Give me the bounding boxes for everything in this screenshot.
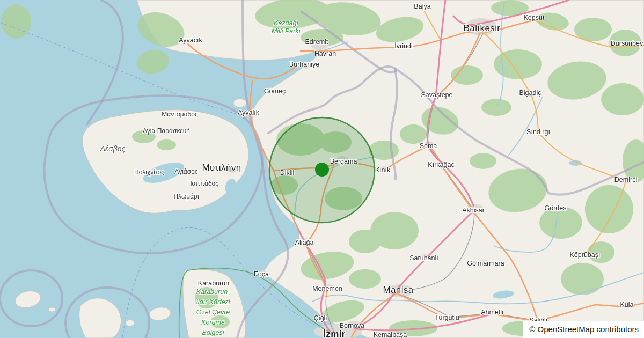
place-label-town: Menemen [312, 285, 342, 292]
place-label-protected-area: Koruma [201, 319, 225, 326]
place-label-city: Μυτιλήνη [202, 163, 241, 173]
place-label-city: Manisa [383, 285, 413, 295]
place-label-protected-area: Özel Çevre [196, 308, 230, 316]
place-label-village: Αγία Παρασκευή [143, 127, 190, 135]
place-label-town: Akhisar [462, 207, 485, 214]
place-label-town: Foça [254, 270, 269, 278]
forest-areas-shape [470, 153, 496, 169]
forest-areas-shape [481, 99, 511, 116]
place-label-town: Dikili [280, 169, 294, 177]
place-label-town: Sındırgı [526, 128, 550, 136]
place-label-town: Soma [420, 142, 437, 150]
place-label-town: Gölmarmara [467, 260, 504, 267]
place-label-town: Turgutlu [435, 314, 459, 321]
place-label-town: Edremit [305, 38, 328, 46]
location-marker [315, 163, 329, 177]
place-label-city: Balıkesir [464, 23, 501, 33]
place-label-village: Αγιάσος [174, 168, 197, 175]
place-label-town: Savaştepe [421, 91, 452, 99]
place-label-town: Ahmetli [481, 308, 503, 316]
place-label-town: Aliağa [295, 239, 314, 246]
place-label-town: Ayvalık [238, 109, 260, 116]
place-label-town: Ayvacık [179, 36, 202, 44]
island [126, 320, 134, 326]
forest-areas-shape [561, 263, 604, 295]
island [233, 99, 246, 107]
forest-areas-shape [400, 124, 427, 144]
place-label-town: Köprübaşı [570, 251, 601, 259]
place-label-village: Παππάδος [187, 180, 218, 187]
map-canvas: BalıkesirManisaİzmirΜυτιλήνηBalyaKepsutD… [0, 0, 644, 338]
forest-areas-shape [1, 4, 31, 39]
place-label-town: Balya [414, 3, 430, 10]
place-label-town: Burhaniye [289, 61, 319, 68]
place-label-protected-area: Kazdağı [274, 19, 298, 27]
place-label-town: Bigadiç [519, 89, 541, 97]
place-label-island: Λέσβος [100, 144, 126, 153]
place-label-protected-area: Bölgesi [202, 329, 225, 336]
place-label-town: Saruhanlı [409, 254, 438, 262]
forest-areas-shape [601, 83, 644, 115]
place-label-protected-area: Milli Parkı [272, 27, 301, 35]
place-label-village: Μανταμάδος [162, 111, 198, 118]
place-label-village: Πλωμάρι [173, 193, 199, 200]
place-label-town: Bornova [340, 322, 365, 329]
place-label-town: Havran [314, 50, 336, 57]
place-label-protected-area: Ildır Körfezi [196, 298, 230, 306]
place-label-city: İzmir [323, 329, 346, 338]
place-label-town: Bergama [330, 158, 357, 165]
osm-attribution-link[interactable]: © OpenStreetMap contributors [523, 321, 644, 338]
forest-areas-shape [157, 139, 176, 150]
place-label-town: Gömeç [264, 87, 286, 95]
place-label-town: Gördes [545, 204, 567, 212]
place-label-protected-area: Karaburun- [196, 288, 230, 296]
place-label-village: Πολιχνίτος [134, 168, 164, 176]
forest-areas-shape [349, 269, 381, 289]
island [49, 307, 55, 312]
place-label-town: Demirci [614, 176, 637, 183]
place-label-town: Kepsut [524, 14, 545, 21]
place-label-town: İvrindi [394, 42, 412, 50]
place-label-town: Dursunbey [611, 40, 643, 47]
forest-areas-shape [585, 185, 633, 233]
place-label-town: Karaburun [198, 280, 229, 287]
forest-areas-shape [451, 65, 483, 85]
map-svg: BalıkesirManisaİzmirΜυτιλήνηBalyaKepsutD… [0, 0, 644, 338]
place-label-town: Kula [620, 301, 633, 308]
place-label-town: Kemalpaşa [374, 331, 407, 338]
forest-areas-shape [349, 230, 381, 253]
place-label-town: Kınık [375, 166, 391, 174]
place-label-town: Çiğli [314, 314, 327, 322]
place-label-town: Kırkağaç [428, 161, 454, 168]
